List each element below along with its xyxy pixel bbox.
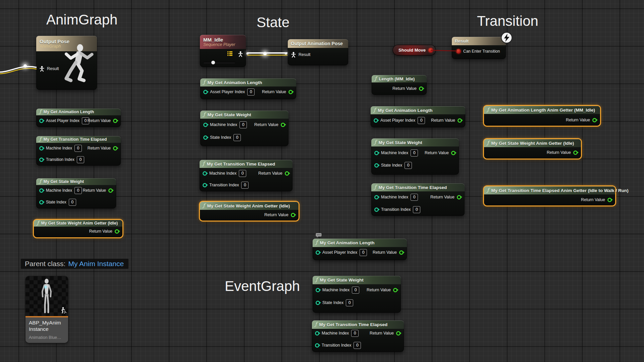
input-pin[interactable] [39,119,44,123]
input-pin[interactable] [203,183,207,187]
node-my-get-state-weight-anim-getter-idle[interactable]: ƒ My Get State Weight Anim Getter (Idle)… [200,202,299,221]
index-value-input[interactable]: 0 [239,170,246,177]
bool-output-pin[interactable] [428,48,433,53]
playback-slider[interactable] [203,62,235,64]
input-pin[interactable] [374,163,379,168]
input-pin[interactable] [39,188,44,193]
input-pin[interactable] [316,301,320,305]
index-value-input[interactable]: 0 [69,199,76,206]
pose-pin-icon[interactable] [39,66,45,72]
index-value-input[interactable]: 0 [74,187,82,194]
index-value-input[interactable]: 0 [77,156,84,163]
output-pin[interactable] [108,188,113,193]
output-pin[interactable] [399,250,404,255]
index-value-input[interactable]: 0 [352,287,359,294]
output-pin[interactable] [451,151,455,155]
node-my-get-state-weight-anim-getter-idle[interactable]: ƒ My Get State Weight Anim Getter (Idle)… [34,220,122,237]
node-my-get-state-weight[interactable]: ƒ My Get State Weight Machine Index 0 St… [371,138,459,175]
output-pin[interactable] [113,119,117,123]
node-mm-idle-sequence-player[interactable]: MM_Idle Sequence Player [200,35,246,67]
output-pin[interactable] [573,150,578,155]
comment-bubble-icon[interactable] [316,233,322,238]
output-pin[interactable] [113,146,117,150]
pin-row-machine-index: Machine Index 0 [39,145,82,152]
output-pin[interactable] [393,288,397,292]
output-pin[interactable] [115,229,119,234]
index-value-input[interactable]: 0 [411,149,418,157]
node-transition-result[interactable]: Result Can Enter Transition [452,37,506,59]
pin-row-return-value: Return Value [547,149,578,156]
node-length-mm-idle[interactable]: ƒ Length (MM_Idle) Return Value [372,75,427,95]
pose-pin-icon[interactable] [291,52,296,58]
input-pin[interactable] [315,331,319,336]
node-my-get-animation-length[interactable]: ƒ My Get Animation Length Asset Player I… [313,239,407,260]
index-value-input[interactable]: 0 [233,134,241,141]
input-pin[interactable] [203,123,208,127]
output-pin[interactable] [291,213,295,217]
output-pin[interactable] [607,198,612,202]
node-my-get-animation-length[interactable]: ƒ My Get Animation Length Asset Player I… [36,109,121,127]
output-pin[interactable] [396,331,400,336]
parent-class-link[interactable]: My Anim Instance [68,260,124,267]
index-value-input[interactable]: 0 [241,182,249,189]
node-should-move[interactable]: Should Move [392,45,436,56]
pin-row-machine-index: Machine Index 0 [316,287,359,293]
bool-input-pin[interactable] [456,49,461,54]
output-pin[interactable] [458,118,462,123]
node-my-get-state-weight[interactable]: ƒ My Get State Weight Machine Index 0 St… [313,276,401,313]
index-value-input[interactable]: 0 [360,249,367,256]
input-pin[interactable] [203,90,208,94]
node-my-get-transition-time-elapsed-anim-getter-idle-to-walk-run[interactable]: ƒ My Get Transition Time Elapsed Anim Ge… [484,186,615,205]
output-pin[interactable] [419,86,423,91]
slider-knob[interactable] [211,61,215,64]
pin-row-return-value: Return Value [392,85,423,92]
node-header: ƒ My Get Animation Length [36,109,121,115]
index-value-input[interactable]: 0 [247,88,255,96]
input-pin[interactable] [374,195,379,199]
input-pin[interactable] [316,250,320,255]
node-my-get-animation-length[interactable]: ƒ My Get Animation Length Asset Player I… [371,106,465,127]
node-my-get-state-weight[interactable]: ƒ My Get State Weight Machine Index 0 St… [36,178,116,208]
pose-pin-icon[interactable] [238,51,243,57]
node-my-get-transition-time-elapsed[interactable]: ƒ My Get Transition Time Elapsed Machine… [36,136,121,166]
node-my-get-transition-time-elapsed[interactable]: ƒ My Get Transition Time Elapsed Machine… [371,183,465,216]
node-output-pose[interactable]: Output Pose AnimGraph Result [36,36,97,90]
input-pin[interactable] [39,146,44,150]
input-pin[interactable] [315,343,319,348]
node-my-get-animation-length-anim-getter-mm-idle[interactable]: ƒ My Get Animation Length Anim Getter (M… [484,106,600,126]
output-pin[interactable] [592,118,597,122]
index-value-input[interactable]: 0 [354,342,361,349]
node-my-get-state-weight[interactable]: ƒ My Get State Weight Machine Index 0 St… [200,111,288,146]
function-icon: ƒ [374,185,376,190]
pin-row-asset-player-index: Asset Player Index 0 [316,249,367,256]
node-my-get-state-weight-anim-getter-idle[interactable]: ƒ My Get State Weight Anim Getter (Idle)… [484,139,581,159]
node-my-get-transition-time-elapsed[interactable]: ƒ My Get Transition Time Elapsed Machine… [200,160,292,191]
input-pin[interactable] [374,118,378,123]
node-output-animation-pose[interactable]: Output Animation Pose Result [288,39,348,65]
index-value-input[interactable]: 0 [351,330,359,337]
input-pin[interactable] [374,207,379,212]
output-pin[interactable] [288,90,293,94]
index-value-input[interactable]: 0 [74,145,82,152]
input-pin[interactable] [316,288,320,292]
input-pin[interactable] [374,151,379,155]
output-pin[interactable] [457,195,461,199]
input-pin[interactable] [39,158,44,162]
output-pin[interactable] [281,123,285,127]
pin-row-return-value: Return Value [370,330,400,337]
fast-path-lightning-icon [500,32,513,44]
index-value-input[interactable]: 0 [418,117,425,124]
index-value-input[interactable]: 0 [239,121,247,128]
input-pin[interactable] [203,171,207,176]
index-value-input[interactable]: 0 [346,299,353,306]
blueprint-graph-canvas[interactable]: AnimGraph State Transition EventGraph Ou… [0,0,644,362]
input-pin[interactable] [203,135,208,140]
asset-tile-abp-myanim-instance[interactable]: ABP_MyAnim Instance Animation Blue… [25,276,68,343]
node-my-get-transition-time-elapsed[interactable]: ƒ My Get Transition Time Elapsed Machine… [312,320,404,352]
index-value-input[interactable]: 0 [405,162,412,169]
output-pin[interactable] [285,171,289,176]
node-my-get-animation-length[interactable]: ƒ My Get Animation Length Asset Player I… [200,78,296,99]
index-value-input[interactable]: 0 [411,194,418,201]
input-pin[interactable] [39,200,44,204]
index-value-input[interactable]: 0 [413,206,420,213]
